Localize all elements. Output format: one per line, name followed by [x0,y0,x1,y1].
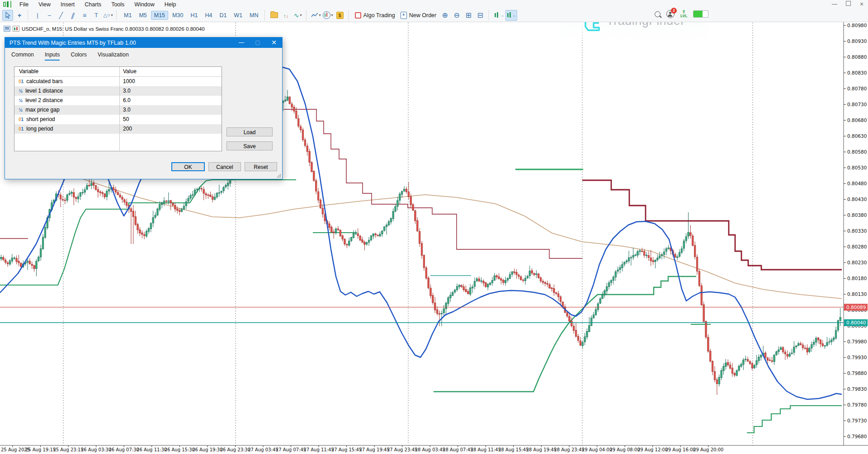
svg-text:25 Aug 19:15: 25 Aug 19:15 [25,447,56,452]
auto-scroll-button[interactable]: ← [505,10,517,21]
dialog-close-button[interactable]: ✕ [266,37,282,48]
vertical-line-tool-button[interactable]: | [32,10,43,21]
double-type-icon: ½ [19,86,23,96]
svg-text:0.80980: 0.80980 [847,23,867,28]
text-tool-button[interactable]: T [91,10,102,21]
svg-text:29 Aug 08:00: 29 Aug 08:00 [609,447,640,452]
dialog-tab-inputs[interactable]: Inputs [45,51,60,61]
profile-icon[interactable]: 1 [666,10,675,18]
svg-text:27 Aug 11:45: 27 Aug 11:45 [303,447,334,452]
table-column-divider [119,67,120,151]
timeframe-button-m30[interactable]: M30 [169,11,186,20]
dialog-resize-grip[interactable] [277,174,281,178]
quotes-list-icon[interactable] [4,26,10,32]
input-row-max-price-gap[interactable]: ½max price gap3.0 [14,105,222,115]
menu-item-view[interactable]: View [33,1,56,8]
timeframe-button-m5[interactable]: M5 [136,11,150,20]
svg-text:0.80730: 0.80730 [847,102,867,107]
dialog-tab-colors[interactable]: Colors [71,51,87,61]
variable-value: 50 [119,115,129,124]
menu-item-window[interactable]: Window [129,1,159,8]
load-button[interactable]: Load [226,127,273,136]
channel-tool-button[interactable]: ∥ [67,10,78,21]
timeframe-button-m1[interactable]: M1 [121,11,135,20]
svg-text:25 Aug 23:15: 25 Aug 23:15 [53,447,83,452]
timeframe-button-d1[interactable]: D1 [216,11,230,20]
input-row-level-1-distance[interactable]: ½level 1 distance3.0 [14,86,222,96]
variable-column-header: Variable [14,67,119,76]
input-row-long-period[interactable]: 01long period200 [14,124,222,134]
svg-text:27 Aug 03:45: 27 Aug 03:45 [248,447,278,452]
menu-item-tools[interactable]: Tools [106,1,129,8]
dialog-minimize-button[interactable]: — [233,37,250,48]
svg-text:28 Aug 23:45: 28 Aug 23:45 [554,447,584,452]
toolbar: +|−╱∥≡T△○▾M1M5M15M30H1H4D1W1MN↑↓∿▾▾▾$Alg… [0,9,868,22]
menu-item-charts[interactable]: Charts [80,1,106,8]
dialog-title-bar[interactable]: PTS Trend With Magic Entries MT5 by TFLa… [5,37,282,48]
variable-name: level 2 distance [25,96,63,105]
cancel-button[interactable]: Cancel [208,162,241,171]
double-type-icon: ½ [19,96,23,105]
menu-item-insert[interactable]: Insert [56,1,80,8]
chart-objects-button[interactable]: ▾ [322,10,334,21]
new-order-icon: + [401,12,407,19]
svg-text:0.79830: 0.79830 [847,386,867,392]
ok-button[interactable]: OK [171,162,205,171]
lvl-label: LVL [680,14,687,18]
connection-toggle[interactable] [693,10,708,18]
svg-text:0.80780: 0.80780 [847,86,867,91]
algo-trading-button[interactable]: Algo Trading [352,11,398,19]
svg-text:0.80380: 0.80380 [847,212,867,218]
crosshair-tool-button[interactable]: + [14,10,25,21]
input-row-level-2-distance[interactable]: ½level 2 distance6.0 [14,96,222,105]
dialog-maximize-button[interactable]: ▢ [250,37,266,48]
svg-text:29 Aug 12:00: 29 Aug 12:00 [637,447,668,452]
toolbox-panel-button[interactable]: ⊟ [475,10,486,21]
chart-type-button[interactable]: ▾ [311,10,321,21]
timeframe-button-h4[interactable]: H4 [202,11,215,20]
zoom-in-button[interactable]: ⊕ [439,10,450,21]
inputs-table[interactable]: Variable Value 01calculated bars1000½lev… [14,66,222,151]
dialog-tab-visualization[interactable]: Visualization [98,51,129,61]
save-button[interactable]: Save [226,141,273,150]
variable-name: level 1 distance [25,86,63,96]
svg-text:26 Aug 15:30: 26 Aug 15:30 [165,447,195,452]
mt5-window: 0.809800.809300.808800.808300.807800.807… [0,0,868,454]
horizontal-line-tool-button[interactable]: − [44,10,55,21]
lvl-indicator[interactable]: ⇧ LVL [680,10,687,18]
cursor-tool-button[interactable] [2,10,13,21]
dialog-tab-common[interactable]: Common [11,51,34,61]
indicator-properties-dialog: PTS Trend With Magic Entries MT5 by TFLa… [5,37,283,179]
shapes-tool-button[interactable]: △○▾ [103,10,113,21]
currency-button[interactable]: $ [335,10,345,21]
menu-item-help[interactable]: Help [160,1,181,8]
reset-button[interactable]: Reset [245,162,277,171]
window-restore-button[interactable] [844,1,852,7]
zoom-out-button[interactable]: ⊖ [451,10,462,21]
input-row-short-period[interactable]: 01short period50 [14,115,222,124]
search-icon[interactable] [655,11,660,17]
indicators-button[interactable]: ∿▾ [292,10,303,21]
svg-text:29 Aug 20:00: 29 Aug 20:00 [693,447,723,452]
window-close-button[interactable]: × [858,0,865,8]
tile-windows-button[interactable]: ⊞ [463,10,474,21]
chart-symbol-icon[interactable] [13,26,19,32]
timeframe-button-h1[interactable]: H1 [187,11,201,20]
trendline-tool-button[interactable]: ╱ [56,10,66,21]
svg-text:0.80830: 0.80830 [847,70,867,75]
menu-bar: FileViewInsertChartsToolsWindowHelp — × [0,0,868,9]
new-order-button[interactable]: +New Order [398,11,439,20]
timeframe-button-w1[interactable]: W1 [231,11,245,20]
window-minimize-button[interactable]: — [831,1,838,7]
timeframe-button-mn[interactable]: MN [246,11,261,20]
variable-name: max price gap [25,105,59,115]
window-controls: — × [831,0,865,8]
fibonacci-tool-button[interactable]: ≡ [79,10,90,21]
depth-of-market-button[interactable]: ↑↓ [281,10,292,21]
timeframe-button-m15[interactable]: M15 [151,11,168,20]
templates-button[interactable] [269,10,280,21]
shift-end-button[interactable]: → [493,10,505,21]
svg-text:0.79880: 0.79880 [847,370,867,376]
input-row-calculated-bars[interactable]: 01calculated bars1000 [14,77,222,86]
menu-item-file[interactable]: File [14,1,33,8]
